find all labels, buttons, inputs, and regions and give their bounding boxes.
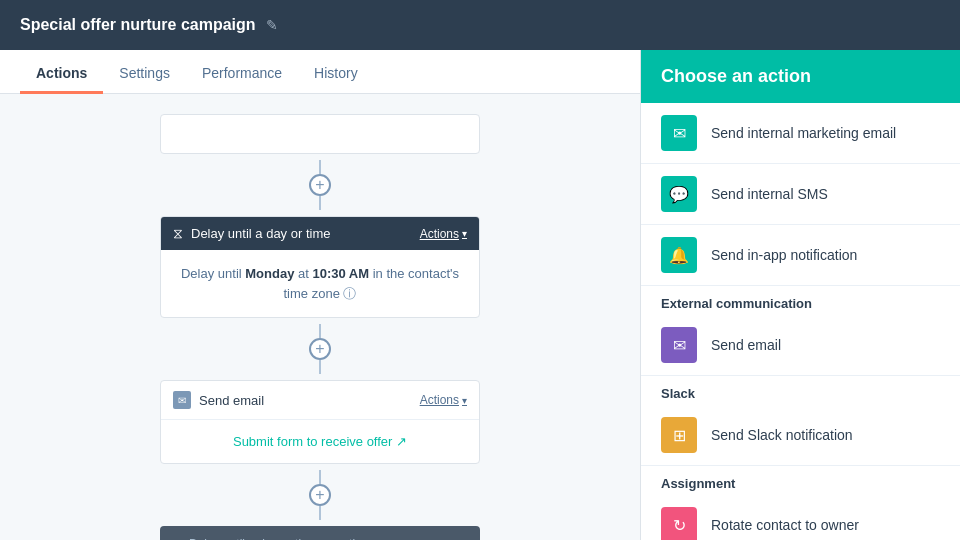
action-item-send-sms[interactable]: 💬Send internal SMS	[641, 164, 960, 225]
send-sms-icon: 💬	[661, 176, 697, 212]
right-panel-header: Choose an action	[641, 50, 960, 103]
send-email-body: Submit form to receive offer ↗	[161, 420, 479, 463]
action-item-send-slack[interactable]: ⊞Send Slack notification	[641, 405, 960, 466]
page-title: Special offer nurture campaign	[20, 16, 256, 34]
section-header-assignment: Assignment	[641, 466, 960, 495]
send-inapp-icon: 🔔	[661, 237, 697, 273]
action-item-send-email[interactable]: ✉Send email	[641, 315, 960, 376]
delay-card-body: Delay until Monday at 10:30 AM in the co…	[161, 250, 479, 317]
plus-connector-3: +	[309, 464, 331, 526]
send-sms-label: Send internal SMS	[711, 186, 828, 202]
send-inapp-label: Send in-app notification	[711, 247, 857, 263]
connector-line-3	[319, 324, 321, 338]
chevron-down-icon-2: ▾	[462, 395, 467, 406]
main-layout: ActionsSettingsPerformanceHistory + ⧖	[0, 50, 960, 540]
send-email-card: ✉ Send email Actions ▾ Submit form to re…	[160, 380, 480, 464]
send-marketing-email-label: Send internal marketing email	[711, 125, 896, 141]
send-email-header-left: ✉ Send email	[173, 391, 264, 409]
send-email-icon: ✉	[173, 391, 191, 409]
nav-tab-actions[interactable]: Actions	[20, 55, 103, 94]
delay-icon: ⧖	[173, 225, 183, 242]
delay-bold-time: 10:30 AM	[312, 266, 369, 281]
info-icon: ⓘ	[343, 286, 356, 301]
delay-actions-button[interactable]: Actions ▾	[420, 227, 467, 241]
action-item-send-marketing-email[interactable]: ✉Send internal marketing email	[641, 103, 960, 164]
send-email-icon: ✉	[661, 327, 697, 363]
section-header-slack: Slack	[641, 376, 960, 405]
top-ghost-card	[160, 114, 480, 154]
bottom-truncated-card: ⧖ Delay until a day or time — actions	[160, 526, 480, 540]
nav-tab-performance[interactable]: Performance	[186, 55, 298, 94]
delay-card-header: ⧖ Delay until a day or time Actions ▾	[161, 217, 479, 250]
connector-line-6	[319, 506, 321, 520]
plus-connector-1: +	[309, 154, 331, 216]
chevron-down-icon: ▾	[462, 228, 467, 239]
action-item-rotate-contact[interactable]: ↻Rotate contact to owner	[641, 495, 960, 540]
send-marketing-email-icon: ✉	[661, 115, 697, 151]
rotate-contact-label: Rotate contact to owner	[711, 517, 859, 533]
send-email-actions-button[interactable]: Actions ▾	[420, 393, 467, 407]
workflow-container: + ⧖ Delay until a day or time Actions ▾	[140, 114, 500, 540]
bottom-card-delay-icon: ⧖	[172, 536, 181, 540]
edit-icon[interactable]: ✎	[266, 17, 278, 33]
external-link-icon: ↗	[396, 434, 407, 449]
delay-card-header-left: ⧖ Delay until a day or time	[173, 225, 330, 242]
connector-line-4	[319, 360, 321, 374]
canvas: + ⧖ Delay until a day or time Actions ▾	[0, 94, 640, 540]
top-header: Special offer nurture campaign ✎	[0, 0, 960, 50]
left-side: ActionsSettingsPerformanceHistory + ⧖	[0, 50, 640, 540]
add-step-button-3[interactable]: +	[309, 484, 331, 506]
delay-bold-day: Monday	[245, 266, 294, 281]
nav-tab-settings[interactable]: Settings	[103, 55, 186, 94]
nav-tabs: ActionsSettingsPerformanceHistory	[0, 50, 640, 94]
delay-card: ⧖ Delay until a day or time Actions ▾ De…	[160, 216, 480, 318]
send-slack-label: Send Slack notification	[711, 427, 853, 443]
add-step-button-2[interactable]: +	[309, 338, 331, 360]
connector-line	[319, 160, 321, 174]
send-email-header: ✉ Send email Actions ▾	[161, 381, 479, 420]
send-email-label: Send email	[711, 337, 781, 353]
rotate-contact-icon: ↻	[661, 507, 697, 540]
action-item-send-inapp[interactable]: 🔔Send in-app notification	[641, 225, 960, 286]
submit-form-link[interactable]: Submit form to receive offer ↗	[233, 434, 407, 449]
nav-tab-history[interactable]: History	[298, 55, 374, 94]
right-panel: Choose an action ✉Send internal marketin…	[640, 50, 960, 540]
action-list: ✉Send internal marketing email💬Send inte…	[641, 103, 960, 540]
delay-card-title: Delay until a day or time	[191, 226, 330, 241]
section-header-external: External communication	[641, 286, 960, 315]
add-step-button-1[interactable]: +	[309, 174, 331, 196]
send-slack-icon: ⊞	[661, 417, 697, 453]
send-email-title: Send email	[199, 393, 264, 408]
connector-line-2	[319, 196, 321, 210]
connector-line-5	[319, 470, 321, 484]
plus-connector-2: +	[309, 318, 331, 380]
